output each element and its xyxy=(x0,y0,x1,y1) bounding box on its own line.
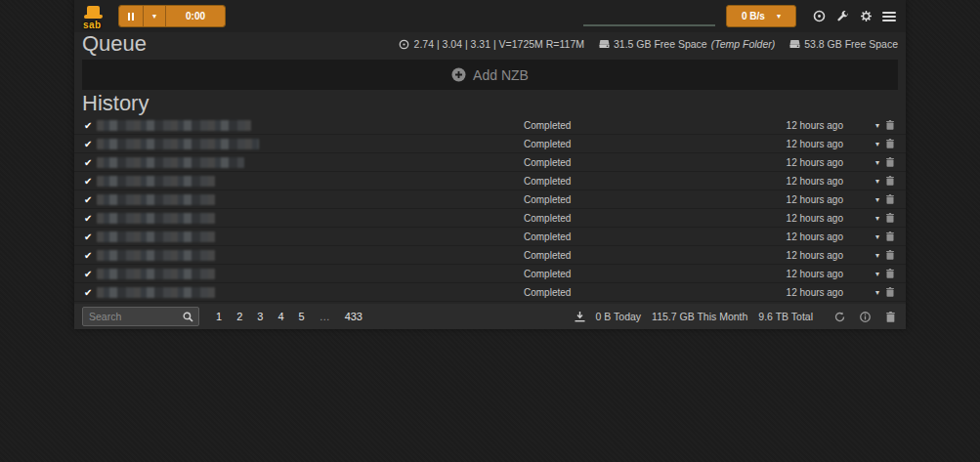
status-text: Completed xyxy=(524,228,571,246)
speed-limit-dropdown[interactable]: 0 B/s ▾ xyxy=(726,5,796,27)
history-search xyxy=(82,307,199,326)
history-item-name[interactable] xyxy=(97,139,259,149)
chevron-down-icon[interactable]: ▾ xyxy=(875,265,879,283)
status-text: Completed xyxy=(524,190,571,209)
chevron-down-icon[interactable]: ▾ xyxy=(875,135,879,153)
search-input[interactable] xyxy=(83,311,183,322)
delete-icon[interactable] xyxy=(886,194,894,204)
pause-control-group: ▾ 0:00 xyxy=(118,5,226,27)
chevron-down-icon[interactable]: ▾ xyxy=(875,246,879,265)
free-space-complete: 53.8 GB Free Space xyxy=(789,38,898,50)
delete-icon[interactable] xyxy=(886,176,894,186)
speed-value: 0 B/s xyxy=(742,11,765,21)
history-footer: 12345…433 0 B Today 115.7 GB This Month … xyxy=(74,304,906,329)
page-button[interactable]: 4 xyxy=(277,311,283,322)
status-text: Completed xyxy=(524,116,571,135)
status-text: Completed xyxy=(524,246,571,265)
info-icon[interactable] xyxy=(857,309,873,324)
timestamp: 12 hours ago xyxy=(787,172,843,190)
delete-icon[interactable] xyxy=(886,120,894,130)
status-text: Completed xyxy=(524,265,571,283)
page-button[interactable]: 433 xyxy=(345,311,362,322)
hdd-icon xyxy=(599,39,610,49)
chevron-down-icon: ▾ xyxy=(777,13,781,21)
table-row: ✔ Completed 12 hours ago ▾ xyxy=(74,116,906,135)
queue-title: Queue xyxy=(82,33,147,55)
hdd-icon xyxy=(789,39,800,49)
page-button[interactable]: 1 xyxy=(216,311,222,322)
table-row: ✔ Completed 12 hours ago ▾ xyxy=(74,228,906,246)
timestamp: 12 hours ago xyxy=(787,153,843,172)
chevron-down-icon[interactable]: ▾ xyxy=(875,116,879,135)
delete-icon[interactable] xyxy=(886,231,894,241)
check-icon: ✔ xyxy=(84,246,92,265)
timestamp: 12 hours ago xyxy=(787,283,843,302)
search-icon[interactable] xyxy=(183,312,193,322)
history-item-name[interactable] xyxy=(97,287,215,298)
chevron-down-icon[interactable]: ▾ xyxy=(875,190,879,209)
check-icon: ✔ xyxy=(84,116,92,135)
check-icon: ✔ xyxy=(84,153,92,172)
check-icon: ✔ xyxy=(84,190,92,209)
page-button[interactable]: 2 xyxy=(236,311,242,322)
delete-icon[interactable] xyxy=(886,157,894,167)
chevron-down-icon[interactable]: ▾ xyxy=(875,228,879,246)
timestamp: 12 hours ago xyxy=(787,265,843,283)
check-icon: ✔ xyxy=(84,135,92,153)
menu-icon[interactable] xyxy=(880,8,898,25)
table-row: ✔ Completed 12 hours ago ▾ xyxy=(74,283,906,302)
delete-icon[interactable] xyxy=(886,139,894,148)
history-item-name[interactable] xyxy=(97,176,215,187)
sabnzbd-logo[interactable]: sab xyxy=(82,4,106,29)
wrench-icon[interactable] xyxy=(833,8,851,25)
add-nzb-button[interactable]: Add NZB xyxy=(82,60,898,90)
stat-today: 0 B Today xyxy=(596,311,642,322)
check-icon: ✔ xyxy=(84,209,92,228)
stat-total: 9.6 TB Total xyxy=(758,311,813,322)
pagination: 12345…433 xyxy=(216,311,362,322)
history-item-name[interactable] xyxy=(97,250,215,261)
page-button[interactable]: 3 xyxy=(257,311,263,322)
top-navbar: sab ▾ 0:00 0 B/s ▾ xyxy=(74,0,906,32)
status-icon[interactable] xyxy=(810,8,828,25)
timestamp: 12 hours ago xyxy=(787,116,843,135)
delete-icon[interactable] xyxy=(886,269,894,278)
chevron-down-icon[interactable]: ▾ xyxy=(875,172,879,190)
delete-icon[interactable] xyxy=(886,287,894,297)
page-button[interactable]: 5 xyxy=(299,311,305,322)
pause-timer[interactable]: 0:00 xyxy=(166,6,225,26)
delete-icon[interactable] xyxy=(886,250,894,260)
status-text: Completed xyxy=(524,283,571,302)
delete-icon[interactable] xyxy=(886,213,894,223)
history-item-name[interactable] xyxy=(97,213,215,224)
refresh-icon[interactable] xyxy=(831,309,847,324)
check-icon: ✔ xyxy=(84,283,92,302)
check-icon: ✔ xyxy=(84,172,92,190)
status-text: Completed xyxy=(524,135,571,153)
history-item-name[interactable] xyxy=(97,157,244,168)
pause-button[interactable] xyxy=(119,6,144,26)
check-icon: ✔ xyxy=(84,228,92,246)
download-icon xyxy=(575,312,585,322)
chevron-down-icon[interactable]: ▾ xyxy=(875,153,879,172)
gear-icon[interactable] xyxy=(857,8,874,25)
purge-history-icon[interactable] xyxy=(882,309,898,324)
history-item-name[interactable] xyxy=(97,194,215,205)
history-item-name[interactable] xyxy=(97,269,215,279)
history-header: History xyxy=(74,90,906,116)
pause-duration-dropdown[interactable]: ▾ xyxy=(144,6,166,26)
table-row: ✔ Completed 12 hours ago ▾ xyxy=(74,172,906,190)
plus-circle-icon xyxy=(451,67,466,82)
status-text: Completed xyxy=(524,153,571,172)
temp-folder-note: (Temp Folder) xyxy=(711,38,776,50)
timestamp: 12 hours ago xyxy=(787,190,843,209)
queue-stats: 2.74 | 3.04 | 3.31 | V=1725M R=117M 31.5… xyxy=(399,38,898,50)
chevron-down-icon[interactable]: ▾ xyxy=(875,283,879,302)
page-ellipsis: … xyxy=(320,311,330,322)
status-text: Completed xyxy=(524,209,571,228)
free-space-temp: 31.5 GB Free Space (Temp Folder) xyxy=(599,38,775,50)
history-item-name[interactable] xyxy=(97,231,215,242)
chevron-down-icon[interactable]: ▾ xyxy=(875,209,879,228)
history-list: ✔ Completed 12 hours ago ▾ ✔ Completed 1… xyxy=(74,116,906,302)
history-item-name[interactable] xyxy=(97,120,251,131)
